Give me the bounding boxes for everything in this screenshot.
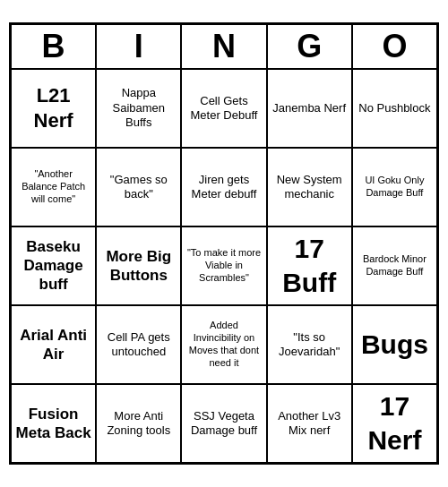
bingo-cell-22: SSJ Vegeta Damage buff	[181, 384, 266, 463]
bingo-cell-11: More Big Buttons	[96, 226, 181, 305]
header-letter-g: G	[267, 24, 352, 69]
bingo-cell-12: "To make it more Viable in Scrambles"	[181, 226, 266, 305]
bingo-cell-6: "Games so back"	[96, 148, 181, 226]
bingo-cell-7: Jiren gets Meter debuff	[181, 148, 266, 226]
bingo-cell-13: 17 Buff	[267, 226, 352, 305]
bingo-cell-21: More Anti Zoning tools	[96, 384, 181, 463]
bingo-cell-10: Baseku Damage buff	[11, 226, 96, 305]
bingo-cell-2: Cell Gets Meter Debuff	[181, 69, 266, 148]
bingo-grid: L21 NerfNappa Saibamen BuffsCell Gets Me…	[11, 69, 437, 463]
bingo-cell-24: 17 Nerf	[352, 384, 437, 463]
header-letter-n: N	[181, 24, 266, 69]
header-letter-i: I	[96, 24, 181, 69]
bingo-cell-4: No Pushblock	[352, 69, 437, 148]
bingo-cell-19: Bugs	[352, 305, 437, 384]
bingo-cell-18: "Its so Joevaridah"	[267, 305, 352, 384]
bingo-cell-3: Janemba Nerf	[267, 69, 352, 148]
bingo-cell-16: Cell PA gets untouched	[96, 305, 181, 384]
bingo-cell-17: Added Invincibility on Moves that dont n…	[181, 305, 266, 384]
bingo-cell-0: L21 Nerf	[11, 69, 96, 148]
bingo-cell-15: Arial Anti Air	[11, 305, 96, 384]
header-letter-o: O	[352, 24, 437, 69]
bingo-card: BINGO L21 NerfNappa Saibamen BuffsCell G…	[9, 22, 439, 465]
bingo-cell-9: UI Goku Only Damage Buff	[352, 148, 437, 226]
bingo-cell-23: Another Lv3 Mix nerf	[267, 384, 352, 463]
bingo-cell-20: Fusion Meta Back	[11, 384, 96, 463]
bingo-cell-5: "Another Balance Patch will come"	[11, 148, 96, 226]
header-letter-b: B	[11, 24, 96, 69]
bingo-cell-8: New System mechanic	[267, 148, 352, 226]
bingo-cell-14: Bardock Minor Damage Buff	[352, 226, 437, 305]
bingo-cell-1: Nappa Saibamen Buffs	[96, 69, 181, 148]
bingo-header: BINGO	[11, 24, 437, 69]
